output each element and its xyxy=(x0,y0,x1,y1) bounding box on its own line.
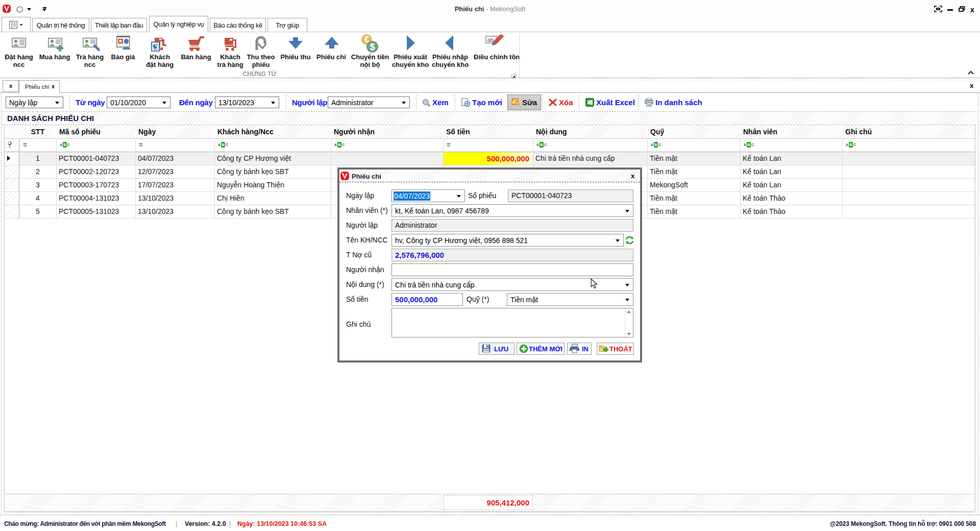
svg-text:$: $ xyxy=(370,42,375,52)
svg-text:ab: ab xyxy=(487,37,494,43)
